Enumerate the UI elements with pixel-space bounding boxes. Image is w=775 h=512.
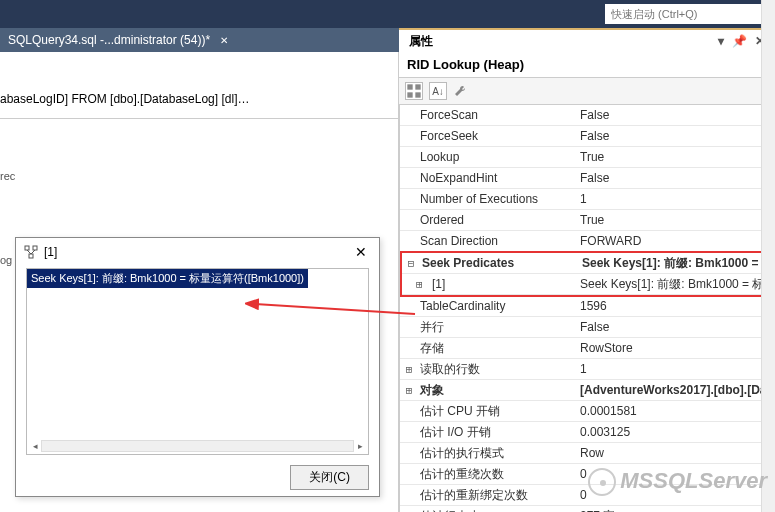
- property-name: TableCardinality: [400, 299, 576, 313]
- sql-editor[interactable]: abaseLogID] FROM [dbo].[DatabaseLog] [dl…: [0, 52, 398, 119]
- property-row[interactable]: ForceSeekFalse: [400, 126, 775, 147]
- dialog-title: [1]: [44, 245, 351, 259]
- expand-icon[interactable]: ⊟: [402, 257, 420, 270]
- expand-icon[interactable]: ⊞: [400, 363, 418, 376]
- property-value: 1: [576, 192, 775, 206]
- quick-launch-input[interactable]: [605, 4, 765, 24]
- svg-rect-8: [407, 92, 412, 97]
- svg-rect-2: [29, 254, 33, 258]
- property-name: 估计的重绕次数: [400, 466, 576, 483]
- property-value: False: [576, 129, 775, 143]
- property-value: Row: [576, 446, 775, 460]
- dialog-body[interactable]: Seek Keys[1]: 前缀: Bmk1000 = 标量运算符([Bmk10…: [26, 268, 369, 455]
- property-value: 1596: [576, 299, 775, 313]
- selected-text: Seek Keys[1]: 前缀: Bmk1000 = 标量运算符([Bmk10…: [27, 269, 308, 288]
- svg-rect-7: [415, 84, 420, 89]
- property-value: False: [576, 171, 775, 185]
- property-name: NoExpandHint: [400, 171, 576, 185]
- property-row[interactable]: Number of Executions1: [400, 189, 775, 210]
- wrench-icon[interactable]: [453, 84, 467, 98]
- property-value: 1: [576, 362, 775, 376]
- property-name: 估计 CPU 开销: [400, 403, 576, 420]
- property-value: [AdventureWorks2017].[dbo].[Data: [576, 383, 775, 397]
- property-name: 读取的行数: [418, 361, 576, 378]
- highlighted-rows: ⊟ Seek Predicates Seek Keys[1]: 前缀: Bmk1…: [400, 251, 773, 297]
- plan-fragment: rec og: [0, 162, 15, 274]
- property-row[interactable]: 估计的重新绑定次数0: [400, 485, 775, 506]
- property-name: Number of Executions: [400, 192, 576, 206]
- close-icon[interactable]: ✕: [220, 35, 228, 46]
- tab-label: SQLQuery34.sql -...dministrator (54))*: [8, 33, 210, 47]
- svg-line-3: [27, 250, 31, 254]
- property-row[interactable]: 估计行大小277 字: [400, 506, 775, 512]
- property-value: True: [576, 150, 775, 164]
- property-value: Seek Keys[1]: 前缀: Bmk1000 = 标: [578, 255, 771, 272]
- title-bar: [0, 0, 775, 28]
- svg-rect-0: [25, 246, 29, 250]
- properties-panel: RID Lookup (Heap) A↓ ForceScanFalseForce…: [399, 52, 775, 512]
- dropdown-icon[interactable]: ▾: [718, 34, 724, 48]
- property-name: 估计行大小: [400, 508, 576, 513]
- property-row[interactable]: 估计 I/O 开销0.003125: [400, 422, 775, 443]
- expand-icon[interactable]: ⊞: [400, 384, 418, 397]
- property-row[interactable]: 存储RowStore: [400, 338, 775, 359]
- property-value: FORWARD: [576, 234, 775, 248]
- property-row[interactable]: ⊞ [1] Seek Keys[1]: 前缀: Bmk1000 = 标: [402, 274, 771, 295]
- property-row[interactable]: 估计的重绕次数0: [400, 464, 775, 485]
- property-value: 0.003125: [576, 425, 775, 439]
- property-value: 0.0001581: [576, 404, 775, 418]
- svg-line-4: [31, 250, 35, 254]
- tab-bar: SQLQuery34.sql -...dministrator (54))* ✕…: [0, 28, 775, 52]
- property-value: False: [576, 108, 775, 122]
- tab-properties[interactable]: 属性 ▾ 📌 ✕: [399, 28, 775, 52]
- property-row[interactable]: 估计的执行模式Row: [400, 443, 775, 464]
- property-value: True: [576, 213, 775, 227]
- property-row[interactable]: NoExpandHintFalse: [400, 168, 775, 189]
- property-name: Seek Predicates: [420, 256, 578, 270]
- editor-pane: abaseLogID] FROM [dbo].[DatabaseLog] [dl…: [0, 52, 399, 512]
- property-name: ForceScan: [400, 108, 576, 122]
- svg-rect-1: [33, 246, 37, 250]
- property-row[interactable]: ForceScanFalse: [400, 105, 775, 126]
- tree-icon: [24, 245, 38, 259]
- pin-icon[interactable]: 📌: [732, 34, 747, 48]
- property-value: RowStore: [576, 341, 775, 355]
- property-value: False: [576, 320, 775, 334]
- property-name: 对象: [418, 382, 576, 399]
- properties-header: RID Lookup (Heap): [399, 52, 775, 78]
- sort-icon[interactable]: A↓: [429, 82, 447, 100]
- expand-icon[interactable]: ⊞: [402, 278, 430, 291]
- tab-label: 属性: [409, 33, 433, 50]
- property-row[interactable]: ⊞对象[AdventureWorks2017].[dbo].[Data: [400, 380, 775, 401]
- vertical-scrollbar[interactable]: [761, 0, 775, 512]
- property-value: 0: [576, 488, 775, 502]
- horizontal-scrollbar[interactable]: ◂▸: [29, 440, 366, 452]
- property-name: Ordered: [400, 213, 576, 227]
- property-row[interactable]: OrderedTrue: [400, 210, 775, 231]
- property-name: 存储: [400, 340, 576, 357]
- property-row[interactable]: 并行False: [400, 317, 775, 338]
- properties-toolbar: A↓: [399, 78, 775, 105]
- svg-rect-6: [407, 84, 412, 89]
- property-row[interactable]: 估计 CPU 开销0.0001581: [400, 401, 775, 422]
- property-row[interactable]: LookupTrue: [400, 147, 775, 168]
- property-row[interactable]: ⊞读取的行数1: [400, 359, 775, 380]
- property-name: 估计的重新绑定次数: [400, 487, 576, 504]
- close-icon[interactable]: ✕: [351, 244, 371, 260]
- property-name: ForceSeek: [400, 129, 576, 143]
- property-value: 277 字: [576, 508, 775, 513]
- tab-sql-query[interactable]: SQLQuery34.sql -...dministrator (54))* ✕: [0, 28, 242, 52]
- property-name: 估计的执行模式: [400, 445, 576, 462]
- close-button[interactable]: 关闭(C): [290, 465, 369, 490]
- property-name: Scan Direction: [400, 234, 576, 248]
- property-row[interactable]: Scan DirectionFORWARD: [400, 231, 775, 252]
- property-row[interactable]: ⊟ Seek Predicates Seek Keys[1]: 前缀: Bmk1…: [402, 253, 771, 274]
- property-value: 0: [576, 467, 775, 481]
- property-name: 估计 I/O 开销: [400, 424, 576, 441]
- property-name: [1]: [430, 277, 576, 291]
- property-value: Seek Keys[1]: 前缀: Bmk1000 = 标: [576, 276, 771, 293]
- categorized-icon[interactable]: [405, 82, 423, 100]
- svg-rect-9: [415, 92, 420, 97]
- property-row[interactable]: TableCardinality1596: [400, 296, 775, 317]
- properties-grid[interactable]: ForceScanFalseForceSeekFalseLookupTrueNo…: [399, 105, 775, 512]
